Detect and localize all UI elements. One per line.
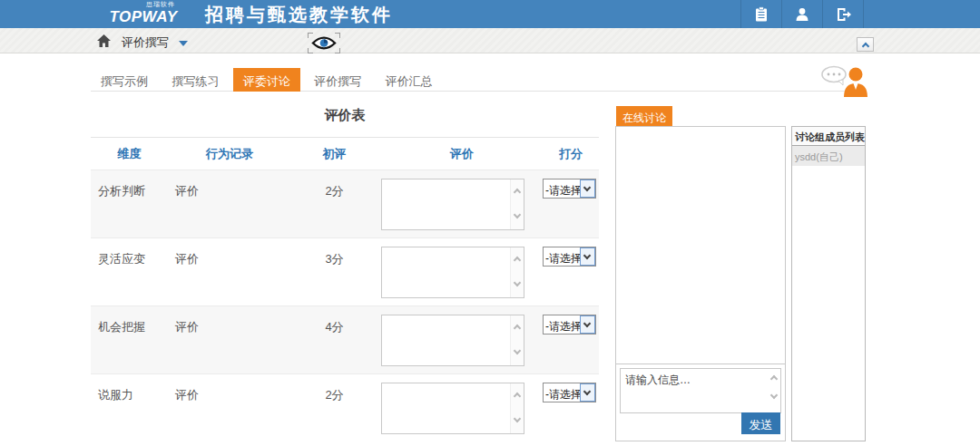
column-header: 打分 xyxy=(543,146,599,162)
comment-textarea[interactable] xyxy=(381,179,524,230)
member-list-panel: 讨论组成员列表 ysdd(自己) xyxy=(791,126,866,441)
comment-textarea[interactable] xyxy=(381,315,524,366)
column-header: 评价 xyxy=(381,146,543,162)
eye-marker-icon[interactable] xyxy=(308,33,340,53)
dimension-label: 说服力 xyxy=(91,374,168,441)
breadcrumb-label: 评价撰写 xyxy=(122,35,169,49)
discussion-person-icon xyxy=(818,64,867,101)
score-select[interactable]: -请选择- xyxy=(543,179,596,199)
comment-textarea[interactable] xyxy=(381,247,524,298)
record-label: 评价 xyxy=(168,374,268,441)
scrollbar[interactable] xyxy=(510,179,524,229)
chat-input-placeholder: 请输入信息… xyxy=(621,369,780,388)
record-label: 评价 xyxy=(168,170,268,238)
column-header: 行为记录 xyxy=(168,146,268,162)
topway-logo: 思瑞软件 TOPWAY xyxy=(89,1,198,25)
chevron-down-icon xyxy=(580,179,595,198)
score-select[interactable]: -请选择- xyxy=(543,247,596,267)
dimension-label: 分析判断 xyxy=(91,170,168,238)
toolbar: 评价撰写 xyxy=(0,28,980,53)
list-item: ysdd(自己) xyxy=(792,146,865,166)
scrollbar[interactable] xyxy=(767,369,780,412)
initial-score: 2分 xyxy=(268,170,381,238)
member-list-title: 讨论组成员列表 xyxy=(792,127,865,146)
tab-writing-example[interactable]: 撰写示例 xyxy=(91,68,158,92)
home-icon[interactable] xyxy=(96,34,112,48)
score-select[interactable]: -请选择- xyxy=(543,315,596,334)
tab-bar: 撰写示例 撰写练习 评委讨论 评价撰写 评价汇总 xyxy=(91,68,867,92)
record-label: 评价 xyxy=(168,238,268,305)
dimension-label: 灵活应变 xyxy=(91,238,168,305)
initial-score: 3分 xyxy=(268,238,381,305)
app-window: 思瑞软件 TOPWAY 招聘与甄选教学软件 xyxy=(0,0,980,446)
chat-input[interactable]: 请输入信息… xyxy=(620,368,781,413)
chevron-up-icon xyxy=(861,42,868,49)
tab-evaluation-writing[interactable]: 评价撰写 xyxy=(304,68,371,92)
table-header-row: 维度 行为记录 初评 评价 打分 xyxy=(91,138,599,170)
tab-evaluation-summary[interactable]: 评价汇总 xyxy=(376,68,443,92)
chevron-down-icon xyxy=(179,41,188,46)
table-row: 分析判断 评价 2分 -请选择- xyxy=(91,170,599,238)
scrollbar[interactable] xyxy=(510,383,524,433)
send-button[interactable]: 发送 xyxy=(741,412,780,434)
app-title: 招聘与甄选教学软件 xyxy=(205,3,393,27)
initial-score: 2分 xyxy=(268,374,381,441)
tab-writing-practice[interactable]: 撰写练习 xyxy=(162,68,229,92)
chat-message-area xyxy=(616,127,785,364)
app-header: 思瑞软件 TOPWAY 招聘与甄选教学软件 xyxy=(0,0,980,28)
dimension-label: 机会把握 xyxy=(91,306,168,373)
chevron-down-icon xyxy=(580,315,595,334)
discussion-panel: 请输入信息… 发送 xyxy=(615,126,786,441)
scrollbar[interactable] xyxy=(510,247,524,297)
comment-textarea[interactable] xyxy=(381,383,524,434)
logo-subtext: 思瑞软件 xyxy=(89,1,198,8)
chevron-down-icon xyxy=(580,247,595,266)
record-label: 评价 xyxy=(168,306,268,373)
column-header: 维度 xyxy=(91,146,168,162)
chevron-down-icon xyxy=(580,383,595,402)
evaluation-table: 评价表 维度 行为记录 初评 评价 打分 分析判断 评价 2分 -请选择- 灵活… xyxy=(91,93,599,441)
clipboard-icon[interactable] xyxy=(753,6,769,23)
table-row: 机会把握 评价 4分 -请选择- xyxy=(91,305,599,373)
tab-online-discussion[interactable]: 在线讨论 xyxy=(616,106,672,126)
logo-text: TOPWAY xyxy=(89,8,198,25)
table-title: 评价表 xyxy=(91,93,599,137)
tab-judge-discussion[interactable]: 评委讨论 xyxy=(233,68,300,92)
table-row: 说服力 评价 2分 -请选择- xyxy=(91,373,599,441)
scrollbar[interactable] xyxy=(510,315,524,365)
breadcrumb-dropdown[interactable]: 评价撰写 xyxy=(122,34,188,51)
user-icon[interactable] xyxy=(794,6,810,23)
score-select[interactable]: -请选择- xyxy=(543,383,596,402)
collapse-button[interactable] xyxy=(857,37,874,52)
table-row: 灵活应变 评价 3分 -请选择- xyxy=(91,238,599,305)
logout-icon[interactable] xyxy=(836,6,852,23)
initial-score: 4分 xyxy=(268,306,381,373)
column-header: 初评 xyxy=(268,146,381,162)
